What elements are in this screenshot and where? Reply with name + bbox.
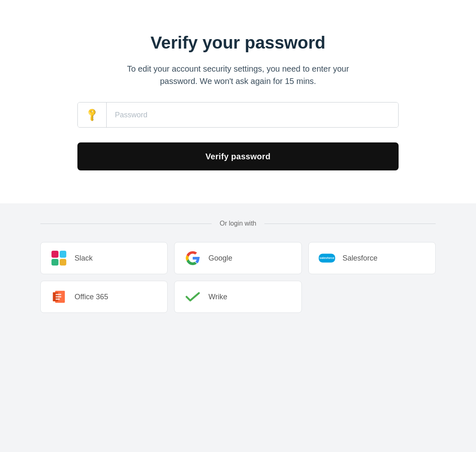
- subtitle-text: To edit your account security settings, …: [114, 63, 362, 87]
- google-icon: [184, 250, 201, 266]
- page-title: Verify your password: [151, 33, 326, 53]
- verify-password-button[interactable]: Verify password: [77, 142, 399, 170]
- or-login-text: Or login with: [212, 220, 265, 227]
- wrike-login-button[interactable]: Wrike: [174, 281, 301, 313]
- office365-login-button[interactable]: Office 365: [40, 281, 168, 313]
- office365-label: Office 365: [75, 293, 108, 301]
- password-field-wrapper: 🔑: [77, 102, 399, 128]
- divider-left: [40, 224, 212, 224]
- divider-right: [264, 224, 436, 224]
- social-providers-grid: Slack Google salesforce Sal: [40, 242, 436, 313]
- office365-icon: [51, 289, 67, 305]
- password-icon-box: 🔑: [78, 103, 107, 127]
- main-content: Verify your password To edit your accoun…: [73, 0, 403, 187]
- salesforce-label: Salesforce: [343, 254, 378, 263]
- social-section: Or login with Slack: [0, 203, 476, 452]
- svg-text:salesforce: salesforce: [320, 256, 334, 260]
- salesforce-icon: salesforce: [319, 250, 335, 266]
- wrike-label: Wrike: [208, 293, 227, 301]
- key-icon: 🔑: [84, 107, 100, 122]
- svg-rect-6: [56, 294, 61, 295]
- or-login-divider: Or login with: [40, 220, 436, 227]
- wrike-icon: [184, 289, 201, 305]
- slack-icon: [51, 250, 67, 266]
- salesforce-login-button[interactable]: salesforce Salesforce: [308, 242, 436, 274]
- slack-label: Slack: [75, 254, 93, 263]
- google-login-button[interactable]: Google: [174, 242, 301, 274]
- slack-login-button[interactable]: Slack: [40, 242, 168, 274]
- svg-rect-8: [56, 298, 60, 300]
- svg-rect-7: [56, 296, 61, 298]
- password-input[interactable]: [107, 103, 398, 127]
- google-label: Google: [208, 254, 232, 263]
